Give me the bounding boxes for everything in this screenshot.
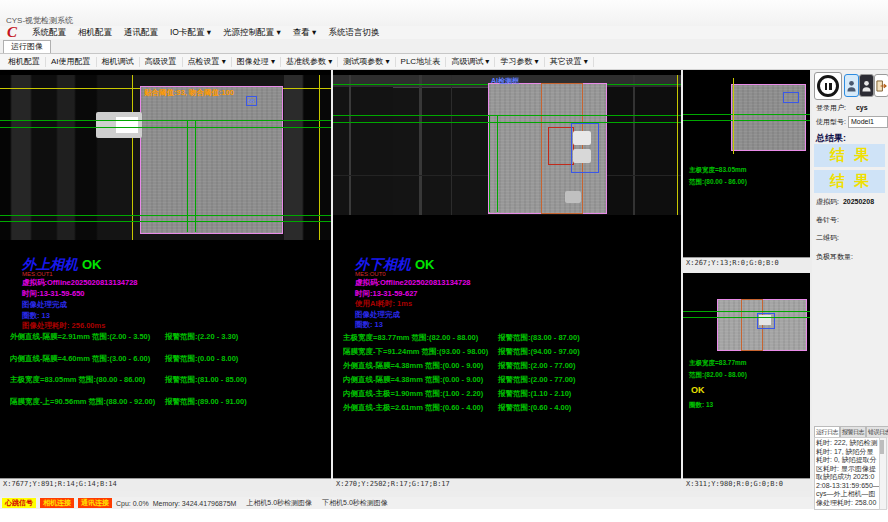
login-user-row: 登录用户: cys (816, 103, 868, 113)
mid-tab-blob-2 (573, 149, 591, 163)
lower-camera-status: 下相机5.0秒检测图像 (322, 498, 388, 508)
mid-turn-count: 圈数: 13 (355, 320, 383, 330)
mid-green-vline-2 (497, 115, 498, 212)
small-bottom-text-3: 圈数: 13 (689, 401, 713, 410)
measurement-value: 内侧直线-隔膜=4.60mm 范围:(3.00 - 6.00) (10, 354, 165, 376)
tool-other-settings[interactable]: 其它设置 ▾ (545, 57, 594, 67)
menu-language-switch[interactable]: 系统语言切换 (322, 27, 385, 39)
alarm-range: 报警范围:(2.00 - 77.00) (498, 375, 576, 389)
measurement-value: 主极宽度=83.05mm 范围:(80.00 - 86.00) (10, 375, 165, 397)
alarm-range: 报警范围:(81.00 - 85.00) (165, 375, 247, 397)
left-threshold-label: 贴合阈值:93, 吻合阈值:100 (144, 88, 234, 98)
small-bottom-image[interactable]: 主极宽度=83.77mm 范围:(82.00 - 88.00) OK 圈数: 1… (683, 273, 810, 479)
tool-advanced-settings[interactable]: 高级设置 (140, 57, 183, 67)
left-turn-count: 圈数: 13 (22, 311, 50, 321)
measurement-row: 隔膜宽度-下=91.24mm 范围:(93.00 - 98.00) 报警范围:(… (343, 347, 658, 361)
tool-ai-config[interactable]: AI使用配置 (46, 57, 97, 67)
left-virtual-code: 虚拟码:Offline2025020813134728 (22, 278, 138, 288)
left-camera-name: 外上相机 (22, 257, 78, 272)
memory-usage: Memory: 3424.41796875M (153, 500, 237, 507)
small-view-bottom: 主极宽度=83.77mm 范围:(82.00 - 88.00) OK 圈数: 1… (683, 273, 810, 491)
measurement-value: 隔膜宽度-上=90.56mm 范围:(88.00 - 92.00) (10, 397, 165, 419)
left-cell-roi (140, 86, 283, 234)
alarm-range: 报警范围:(2.20 - 3.30) (165, 332, 238, 354)
cpu-usage: Cpu: 0.0% (116, 500, 149, 507)
menu-system-config[interactable]: 系统配置 (26, 27, 72, 39)
log-scrollbar[interactable] (879, 437, 887, 510)
measurement-value: 内侧直线-隔膜=4.38mm 范围:(0.00 - 9.00) (343, 375, 498, 389)
log-scrollbar-thumb[interactable] (880, 440, 884, 454)
pause-icon (817, 75, 839, 97)
user-icon (847, 80, 856, 92)
small-top-green-line-1 (683, 114, 810, 115)
small-view-top: 主极宽度=83.05mm 范围:(80.00 - 86.00) X:267;Y:… (683, 70, 810, 270)
app-logo-icon: C (7, 24, 23, 40)
menu-comm-config[interactable]: 通讯配置 (118, 27, 164, 39)
measurement-row: 内侧直线-隔膜=4.60mm 范围:(3.00 - 6.00) 报警范围:(0.… (10, 354, 325, 376)
left-measurement-list: 外侧直线-隔膜=2.91mm 范围:(2.00 - 3.50) 报警范围:(2.… (10, 332, 325, 418)
left-camera-ok: OK (82, 257, 102, 272)
measurement-value: 外侧直线-隔膜=2.91mm 范围:(2.00 - 3.50) (10, 332, 165, 354)
virtual-code-row: 虚拟码: 20250208 (816, 197, 874, 207)
menu-light-config[interactable]: 光源控制配置 ▾ (217, 27, 287, 39)
measurement-row: 隔膜宽度-上=90.56mm 范围:(88.00 - 92.00) 报警范围:(… (10, 397, 325, 419)
pause-button[interactable] (814, 72, 842, 100)
menu-bar: C 系统配置 相机配置 通讯配置 IO卡配置 ▾ 光源控制配置 ▾ 查看 ▾ 系… (0, 26, 888, 39)
left-green-line-3 (0, 215, 331, 216)
menu-io-config[interactable]: IO卡配置 ▾ (164, 27, 217, 39)
small-top-image[interactable]: 主极宽度=83.05mm 范围:(80.00 - 86.00) (683, 70, 810, 258)
small-top-green-line-2 (683, 120, 810, 121)
alarm-range: 报警范围:(0.60 - 4.00) (498, 403, 571, 417)
small-top-blue-box (783, 92, 799, 103)
tool-bar: 相机配置 AI使用配置 相机调试 高级设置 点检设置 ▾ 图像处理 ▾ 基准线参… (0, 54, 888, 70)
menu-camera-config[interactable]: 相机配置 (72, 27, 118, 39)
measurement-row: 外侧直线-主极=2.61mm 范围:(0.60 - 4.00) 报警范围:(0.… (343, 403, 658, 417)
login-user-button[interactable] (844, 74, 859, 97)
left-camera-image[interactable]: 贴合阈值:93, 吻合阈值:100 88 (0, 75, 331, 240)
tool-camera-config[interactable]: 相机配置 (3, 57, 46, 67)
left-green-vline-2 (195, 120, 196, 232)
measurement-row: 外侧直线-隔膜=2.91mm 范围:(2.00 - 3.50) 报警范围:(2.… (10, 332, 325, 354)
model-label: 使用型号: (816, 118, 846, 125)
measurement-value: 隔膜宽度-下=91.24mm 范围:(93.00 - 98.00) (343, 347, 498, 361)
comm-connect-badge: 通讯连接 (78, 498, 112, 508)
mid-struct-line-3 (451, 75, 452, 215)
measurement-value: 内侧直线-主极=1.90mm 范围:(1.00 - 2.20) (343, 389, 498, 403)
exit-button[interactable] (874, 74, 888, 97)
model-label-row: 使用型号: (816, 117, 846, 127)
small-bottom-pixel-coords: X:311;Y:980;R:0;G:0;B:0 (683, 478, 810, 491)
tab-run-image[interactable]: 运行图像 (3, 40, 51, 53)
model-value-box[interactable]: Model1 (848, 116, 888, 128)
needle-number-label: 卷针号: (816, 215, 839, 225)
tool-advanced-debug[interactable]: 高级调试 ▾ (446, 57, 495, 67)
operator-button[interactable] (859, 74, 874, 97)
mid-ai-time: 使用AI耗时: 1ms (355, 299, 412, 309)
measurement-row: 主极宽度=83.77mm 范围:(82.00 - 88.00) 报警范围:(83… (343, 333, 658, 347)
alarm-range: 报警范围:(94.00 - 97.00) (498, 347, 580, 361)
tab-count-label: 负极耳数量: (816, 252, 853, 262)
mid-time: 时间:13-31-59-627 (355, 289, 418, 299)
left-process-time: 图像处理耗时: 256.00ms (22, 321, 105, 331)
tool-image-process[interactable]: 图像处理 ▾ (232, 57, 281, 67)
alarm-range: 报警范围:(2.00 - 77.00) (498, 361, 576, 375)
small-bottom-green-line-2 (683, 317, 810, 318)
left-time: 时间:13-31-59-650 (22, 289, 85, 299)
mid-camera-image[interactable]: AI检测框 (333, 75, 681, 215)
side-panel: 登录用户: cys 使用型号: Model1 总结果: 结果 结果 虚拟码: 2… (812, 70, 888, 509)
tool-plc-address[interactable]: PLC地址表 (396, 57, 447, 67)
exit-door-icon (876, 80, 887, 92)
tool-learn-params[interactable]: 学习参数 ▾ (495, 57, 544, 67)
tool-spot-check[interactable]: 点检设置 ▾ (183, 57, 232, 67)
tab-strip: 运行图像 (0, 39, 888, 54)
tool-test-params[interactable]: 测试项参数 ▾ (338, 57, 395, 67)
title-bar: CYS-视觉检测系统 (0, 0, 888, 26)
upper-camera-status: 上相机5.0秒检测图像 (246, 498, 312, 508)
tool-baseline-params[interactable]: 基准线参数 ▾ (281, 57, 338, 67)
left-camera-panel: 贴合阈值:93, 吻合阈值:100 88 外上相机OK MES:OUT1 虚拟码… (0, 70, 331, 491)
measurement-row: 内侧直线-隔膜=4.38mm 范围:(0.00 - 9.00) 报警范围:(2.… (343, 375, 658, 389)
tool-camera-debug[interactable]: 相机调试 (97, 57, 140, 67)
log-text-area[interactable]: 耗时: 222, 缺陷检测耗时: 17, 缺陷分显耗时: 0, 缺陷提取分区耗时… (814, 437, 882, 510)
menu-view[interactable]: 查看 ▾ (287, 27, 323, 39)
left-process-done: 图像处理完成 (22, 300, 67, 310)
mid-camera-ok: OK (415, 257, 435, 272)
